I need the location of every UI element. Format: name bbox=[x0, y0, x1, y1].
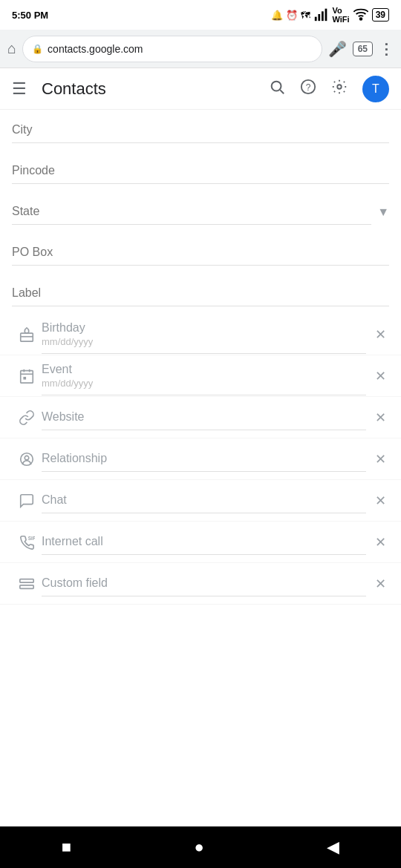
svg-rect-10 bbox=[21, 333, 33, 341]
birthday-field-row: Birthday mm/dd/yyyy ✕ bbox=[0, 314, 401, 355]
relationship-icon bbox=[12, 451, 42, 467]
settings-icon[interactable] bbox=[331, 79, 348, 99]
svg-rect-20 bbox=[20, 579, 33, 582]
battery-icon: 39 bbox=[372, 8, 389, 22]
mic-icon[interactable]: 🎤 bbox=[328, 40, 347, 58]
internet-call-input-area: Internet call bbox=[42, 529, 366, 555]
avatar[interactable]: T bbox=[362, 76, 389, 102]
website-input-area: Website bbox=[42, 404, 366, 430]
chevron-down-icon[interactable]: ▼ bbox=[377, 206, 389, 219]
chat-field-row: Chat ✕ bbox=[0, 480, 401, 522]
help-icon[interactable]: ? bbox=[300, 79, 316, 99]
pobox-input[interactable] bbox=[12, 243, 389, 266]
website-icon bbox=[12, 410, 42, 426]
more-icon[interactable]: ⋮ bbox=[379, 40, 394, 58]
svg-rect-3 bbox=[325, 8, 327, 21]
status-time: 5:50 PM bbox=[12, 10, 48, 21]
relationship-input-area: Relationship bbox=[42, 446, 366, 472]
relationship-close-button[interactable]: ✕ bbox=[372, 448, 389, 470]
svg-point-9 bbox=[337, 85, 342, 89]
bottom-nav: ■ ● ◀ bbox=[0, 826, 401, 868]
wifi-icon bbox=[353, 6, 369, 24]
nav-back-button[interactable]: ◀ bbox=[327, 838, 339, 857]
internet-call-field-row: SIP Internet call ✕ bbox=[0, 522, 401, 563]
internet-call-label: Internet call bbox=[42, 535, 366, 548]
relationship-label: Relationship bbox=[42, 452, 366, 465]
website-close-button[interactable]: ✕ bbox=[372, 407, 389, 429]
app-title: Contacts bbox=[42, 79, 254, 99]
birthday-input-area: Birthday mm/dd/yyyy bbox=[42, 315, 366, 354]
status-bar: 5:50 PM 🔔 ⏰ 🗺 VoWiFi 39 bbox=[0, 0, 401, 30]
custom-field-close-button[interactable]: ✕ bbox=[372, 573, 389, 595]
svg-rect-1 bbox=[318, 14, 320, 21]
website-label: Website bbox=[42, 410, 366, 424]
home-icon[interactable]: ⌂ bbox=[7, 40, 16, 57]
internet-call-icon: SIP bbox=[12, 534, 42, 550]
label-field-row bbox=[0, 273, 401, 314]
custom-field-input-area: Custom field bbox=[42, 571, 366, 596]
svg-rect-21 bbox=[20, 585, 33, 588]
nav-square-button[interactable]: ■ bbox=[62, 838, 71, 857]
lock-icon: 🔒 bbox=[32, 44, 43, 54]
browser-bar: ⌂ 🔒 contacts.google.com 🎤 65 ⋮ bbox=[0, 30, 401, 68]
tabs-count[interactable]: 65 bbox=[353, 42, 373, 56]
event-close-button[interactable]: ✕ bbox=[372, 365, 389, 387]
event-input-area: Event mm/dd/yyyy bbox=[42, 357, 366, 395]
event-field-row: Event mm/dd/yyyy ✕ bbox=[0, 355, 401, 397]
event-date-hint: mm/dd/yyyy bbox=[42, 378, 366, 389]
signal-icon bbox=[313, 6, 330, 24]
pincode-field-row bbox=[0, 151, 401, 191]
pincode-input[interactable] bbox=[12, 161, 389, 184]
svg-line-6 bbox=[280, 90, 284, 93]
birthday-date-hint: mm/dd/yyyy bbox=[42, 336, 366, 347]
pobox-field-row bbox=[0, 232, 401, 273]
birthday-icon bbox=[12, 326, 42, 343]
website-field-row: Website ✕ bbox=[0, 397, 401, 438]
svg-text:?: ? bbox=[306, 82, 311, 92]
silent-icon: 🔔 bbox=[271, 10, 283, 21]
svg-rect-0 bbox=[314, 16, 316, 20]
state-field-row: ▼ bbox=[0, 191, 401, 232]
svg-point-18 bbox=[25, 456, 29, 460]
event-icon bbox=[12, 368, 42, 384]
birthday-close-button[interactable]: ✕ bbox=[372, 323, 389, 346]
svg-point-4 bbox=[359, 18, 362, 20]
search-icon[interactable] bbox=[269, 79, 285, 99]
internet-call-close-button[interactable]: ✕ bbox=[372, 531, 389, 553]
alarm-icon: ⏰ bbox=[286, 10, 298, 21]
vowifi-icon: VoWiFi bbox=[333, 6, 350, 24]
maps-icon: 🗺 bbox=[301, 10, 310, 21]
nav-circle-button[interactable]: ● bbox=[195, 838, 204, 857]
city-field-row bbox=[0, 110, 401, 151]
label-input[interactable] bbox=[12, 283, 389, 306]
custom-field-label: Custom field bbox=[42, 576, 366, 590]
chat-label: Chat bbox=[42, 493, 366, 507]
svg-rect-12 bbox=[21, 370, 33, 383]
svg-rect-16 bbox=[23, 376, 26, 379]
event-label: Event bbox=[42, 363, 366, 376]
app-header: ☰ Contacts ? T bbox=[0, 68, 401, 110]
main-content: ▼ Birthday mm/dd/yyyy ✕ bbox=[0, 110, 401, 826]
chat-close-button[interactable]: ✕ bbox=[372, 490, 389, 512]
birthday-label: Birthday bbox=[42, 321, 366, 335]
city-input[interactable] bbox=[12, 120, 389, 143]
chat-icon bbox=[12, 493, 42, 509]
menu-icon[interactable]: ☰ bbox=[12, 79, 27, 99]
relationship-field-row: Relationship ✕ bbox=[0, 438, 401, 480]
custom-field-icon bbox=[12, 576, 42, 592]
custom-field-row: Custom field ✕ bbox=[0, 563, 401, 605]
status-icons: 🔔 ⏰ 🗺 VoWiFi 39 bbox=[271, 6, 389, 24]
url-text: contacts.google.com bbox=[48, 43, 143, 55]
state-input[interactable] bbox=[12, 202, 371, 225]
url-bar[interactable]: 🔒 contacts.google.com bbox=[22, 36, 322, 62]
svg-rect-2 bbox=[322, 11, 324, 21]
svg-text:SIP: SIP bbox=[28, 536, 35, 541]
chat-input-area: Chat bbox=[42, 487, 366, 513]
svg-point-5 bbox=[272, 81, 281, 91]
